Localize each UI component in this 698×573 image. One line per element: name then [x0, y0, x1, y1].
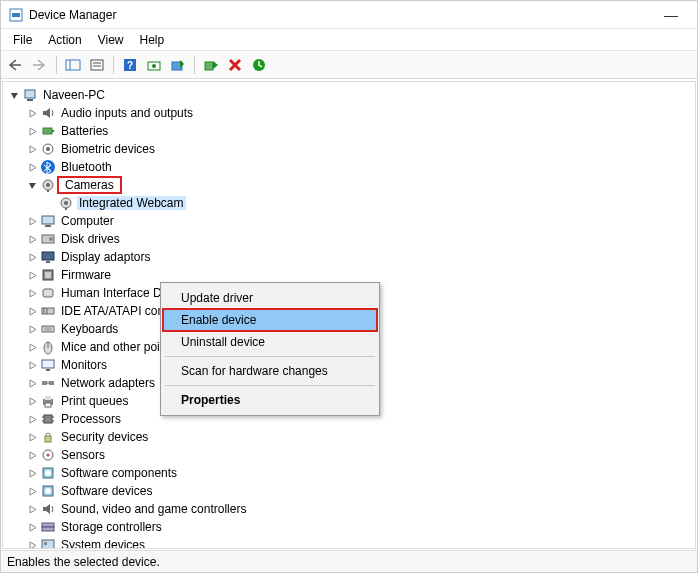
- scan-button[interactable]: [143, 54, 165, 76]
- computer-icon: [40, 213, 56, 229]
- expand-icon[interactable]: [25, 268, 39, 282]
- tree-node[interactable]: Disk drives: [3, 230, 695, 248]
- expand-icon[interactable]: [25, 502, 39, 516]
- expand-icon[interactable]: [25, 358, 39, 372]
- camera-icon: [58, 195, 74, 211]
- collapse-icon[interactable]: [25, 178, 39, 192]
- expand-icon[interactable]: [25, 430, 39, 444]
- svg-rect-4: [91, 60, 103, 70]
- tree-node[interactable]: Naveen-PC: [3, 86, 695, 104]
- expand-icon[interactable]: [25, 448, 39, 462]
- svg-rect-66: [42, 540, 54, 549]
- expand-icon[interactable]: [25, 214, 39, 228]
- svg-rect-39: [42, 326, 54, 332]
- camera-icon: [40, 177, 56, 193]
- expand-icon[interactable]: [25, 340, 39, 354]
- cm-scan-hardware[interactable]: Scan for hardware changes: [163, 360, 377, 382]
- uninstall-button[interactable]: [224, 54, 246, 76]
- enable-button[interactable]: [200, 54, 222, 76]
- svg-rect-26: [65, 208, 67, 210]
- toolbar-separator: [56, 56, 57, 74]
- svg-rect-35: [43, 289, 53, 297]
- svg-rect-15: [27, 99, 33, 101]
- tree-node[interactable]: Computer: [3, 212, 695, 230]
- tree-node-label: Bluetooth: [59, 160, 114, 174]
- svg-point-61: [45, 470, 51, 476]
- help-button[interactable]: ?: [119, 54, 141, 76]
- svg-rect-12: [205, 62, 213, 70]
- tree-node-label: Storage controllers: [59, 520, 164, 534]
- expand-icon[interactable]: [25, 286, 39, 300]
- network-icon: [40, 375, 56, 391]
- back-button[interactable]: [5, 54, 27, 76]
- tree-node[interactable]: Batteries: [3, 122, 695, 140]
- svg-text:?: ?: [127, 60, 133, 71]
- expand-icon[interactable]: [25, 538, 39, 549]
- mouse-icon: [40, 339, 56, 355]
- tree-node[interactable]: Integrated Webcam: [3, 194, 695, 212]
- svg-rect-32: [46, 261, 50, 263]
- show-hidden-button[interactable]: [62, 54, 84, 76]
- bluetooth-icon: [40, 159, 56, 175]
- menu-view[interactable]: View: [90, 31, 132, 49]
- expand-icon[interactable]: [25, 232, 39, 246]
- tree-node[interactable]: Audio inputs and outputs: [3, 104, 695, 122]
- svg-point-19: [46, 147, 50, 151]
- svg-rect-14: [25, 90, 35, 98]
- device-tree-panel: Naveen-PCAudio inputs and outputsBatteri…: [2, 81, 696, 549]
- app-icon: [9, 8, 23, 22]
- svg-rect-2: [66, 60, 80, 70]
- refresh-button[interactable]: [248, 54, 270, 76]
- sensor-icon: [40, 447, 56, 463]
- tree-node[interactable]: Storage controllers: [3, 518, 695, 536]
- expand-icon[interactable]: [25, 394, 39, 408]
- expand-icon[interactable]: [25, 106, 39, 120]
- expand-icon[interactable]: [25, 520, 39, 534]
- expand-icon[interactable]: [25, 466, 39, 480]
- expand-icon[interactable]: [25, 124, 39, 138]
- cm-uninstall-device[interactable]: Uninstall device: [163, 331, 377, 353]
- tree-node-label: Sensors: [59, 448, 107, 462]
- properties-button[interactable]: [86, 54, 108, 76]
- menu-file[interactable]: File: [5, 31, 40, 49]
- expand-icon[interactable]: [25, 376, 39, 390]
- expander-placeholder: [43, 196, 57, 210]
- expand-icon[interactable]: [25, 160, 39, 174]
- tree-node-label: Firmware: [59, 268, 113, 282]
- firmware-icon: [40, 267, 56, 283]
- tree-node[interactable]: Cameras: [3, 176, 695, 194]
- tree-node[interactable]: Software devices: [3, 482, 695, 500]
- svg-rect-45: [46, 369, 50, 371]
- expand-icon[interactable]: [25, 322, 39, 336]
- security-icon: [40, 429, 56, 445]
- expand-icon[interactable]: [25, 250, 39, 264]
- tree-node[interactable]: Software components: [3, 464, 695, 482]
- tree-node[interactable]: System devices: [3, 536, 695, 549]
- cm-update-driver[interactable]: Update driver: [163, 287, 377, 309]
- update-button[interactable]: [167, 54, 189, 76]
- cm-properties[interactable]: Properties: [163, 389, 377, 411]
- menu-action[interactable]: Action: [40, 31, 89, 49]
- cm-enable-device[interactable]: Enable device: [163, 309, 377, 331]
- svg-rect-64: [42, 523, 54, 527]
- menu-help[interactable]: Help: [132, 31, 173, 49]
- expand-icon[interactable]: [25, 142, 39, 156]
- tree-node[interactable]: Bluetooth: [3, 158, 695, 176]
- tree-node-label: Cameras: [57, 176, 122, 194]
- tree-node[interactable]: Sound, video and game controllers: [3, 500, 695, 518]
- tree-node-label: Software devices: [59, 484, 154, 498]
- tree-node-label: Monitors: [59, 358, 109, 372]
- collapse-icon[interactable]: [7, 88, 21, 102]
- tree-node[interactable]: Sensors: [3, 446, 695, 464]
- forward-button[interactable]: [29, 54, 51, 76]
- tree-node[interactable]: Display adaptors: [3, 248, 695, 266]
- expand-icon[interactable]: [25, 304, 39, 318]
- tree-node[interactable]: Biometric devices: [3, 140, 695, 158]
- cpu-icon: [40, 411, 56, 427]
- minimize-button[interactable]: —: [653, 7, 689, 23]
- tree-node[interactable]: Security devices: [3, 428, 695, 446]
- expand-icon[interactable]: [25, 484, 39, 498]
- svg-rect-31: [42, 252, 54, 260]
- svg-rect-57: [45, 436, 51, 442]
- expand-icon[interactable]: [25, 412, 39, 426]
